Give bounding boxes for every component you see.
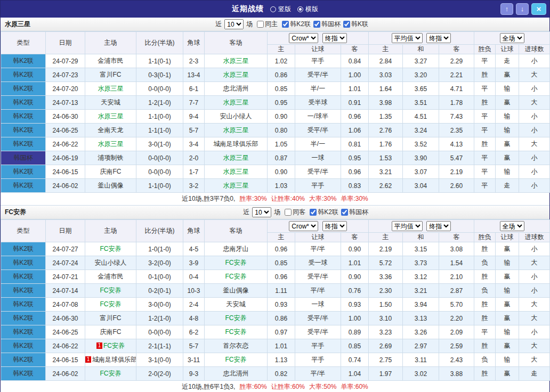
league-filter[interactable]: 韩K联 bbox=[341, 20, 368, 29]
team-name-text: 忠北清州 bbox=[223, 85, 249, 92]
average-select[interactable]: 平均值 bbox=[392, 221, 423, 231]
odds-away: 0.76 bbox=[341, 284, 369, 298]
avg-away: 1.78 bbox=[439, 96, 474, 110]
team-name-text: 水原三星 bbox=[223, 126, 249, 134]
cell-corners: 9-3 bbox=[183, 367, 205, 381]
league-filter[interactable]: 韩K2联 bbox=[307, 208, 338, 217]
avg-draw: 3.65 bbox=[403, 82, 439, 96]
odds-handicap: 平/半 bbox=[295, 367, 341, 381]
team-section: 水原三星 近 10 场 同主 韩K2联韩国杯韩K联 bbox=[1, 18, 549, 206]
average-select[interactable]: 平均值 bbox=[392, 33, 423, 43]
subcol-odds-away: 客 bbox=[341, 45, 369, 54]
cell-corners: 10-3 bbox=[183, 284, 205, 298]
same-venue-filter[interactable]: 同主 bbox=[254, 20, 278, 29]
odds-home: 0.96 bbox=[268, 242, 295, 256]
odds-home: 0.95 bbox=[268, 96, 295, 110]
team-name-text: 水原三星 bbox=[223, 71, 249, 78]
odds-away: 0.91 bbox=[341, 96, 369, 110]
avg-home: 2.62 bbox=[369, 179, 403, 193]
cell-league-type: 韩K2联 bbox=[1, 96, 46, 110]
odds-handicap: 平/半 bbox=[295, 284, 341, 298]
match-row: 韩K2联24-07-27FC安养1-0(1-0)4-5忠南牙山0.96平/半0.… bbox=[1, 242, 550, 256]
odds-away: 0.96 bbox=[341, 165, 369, 179]
result-handicap: 走 bbox=[496, 54, 519, 68]
recent-count-select[interactable]: 10 bbox=[224, 19, 244, 29]
team-name-text: 全南天龙 bbox=[98, 126, 124, 134]
same-venue-filter[interactable]: 同客 bbox=[282, 208, 305, 217]
match-row: 韩K2联24-07-13天安城1-2(1-0)7-7水原三星0.95受半球0.9… bbox=[1, 96, 550, 110]
league-checkbox[interactable] bbox=[310, 209, 317, 216]
summary-row: 近10场,胜3平7负0,胜率:30%让胜率:40%大率:30%单率:30% bbox=[1, 193, 549, 206]
match-row: 韩K2联24-07-21金浦市民0-1(0-0)0-4FC安养0.96受平/半0… bbox=[1, 270, 550, 284]
cell-date: 24-07-08 bbox=[46, 298, 85, 312]
move-up-button[interactable]: ↑ bbox=[500, 3, 513, 15]
bookmaker-select[interactable]: Crow* bbox=[289, 33, 318, 43]
red-card-badge: 1 bbox=[96, 342, 102, 349]
subcol-result-goals: 进球数 bbox=[519, 233, 550, 242]
team-name-text: FC安养 bbox=[225, 273, 247, 280]
filters: 近 10 场 同主 韩K2联韩国杯韩K联 bbox=[215, 19, 368, 29]
odds-handicap: 平/半 bbox=[295, 242, 341, 256]
odds-handicap: 受一球 bbox=[295, 256, 341, 270]
league-checkbox[interactable] bbox=[343, 21, 350, 28]
match-away-team: 忠南牙山 bbox=[205, 242, 268, 256]
avg-away: 2.59 bbox=[439, 339, 474, 353]
summary-stat: 单率:60% bbox=[341, 383, 368, 390]
team-name-text: 水原三星 bbox=[98, 85, 124, 92]
avg-period-select[interactable]: 终指 bbox=[426, 33, 451, 43]
avg-period-select[interactable]: 终指 bbox=[426, 221, 451, 231]
arrow-down-icon: ↓ bbox=[521, 5, 524, 13]
bookmaker-select[interactable]: Crow* bbox=[289, 221, 318, 231]
odds-period-select[interactable]: 终指 bbox=[322, 33, 347, 43]
league-checkbox[interactable] bbox=[313, 21, 320, 28]
recent-count-select[interactable]: 10 bbox=[252, 207, 271, 217]
odds-away: 0.83 bbox=[341, 179, 369, 193]
summary-stat: 大率:30% bbox=[309, 195, 336, 202]
league-checkbox[interactable] bbox=[341, 209, 348, 216]
result-handicap: 走 bbox=[496, 179, 519, 193]
team-name-text: 忠南牙山 bbox=[223, 245, 249, 252]
league-filter[interactable]: 韩国杯 bbox=[311, 20, 341, 29]
avg-home: 1.53 bbox=[369, 151, 403, 165]
team-name-text: FC安养 bbox=[100, 245, 122, 252]
layout-radio-vertical[interactable]: 竖版 bbox=[270, 5, 291, 14]
match-home-team: FC安养 bbox=[85, 298, 136, 312]
avg-away: 1.54 bbox=[439, 256, 474, 270]
match-score: 3-1(0-0) bbox=[136, 353, 183, 367]
result-goals: 小 bbox=[519, 151, 550, 165]
league-checkbox[interactable] bbox=[282, 21, 289, 28]
scope-select[interactable]: 全场 bbox=[500, 221, 524, 231]
odds-handicap: 平手 bbox=[295, 179, 341, 193]
same-venue-checkbox[interactable] bbox=[257, 21, 264, 28]
scope-select[interactable]: 全场 bbox=[500, 33, 524, 43]
match-away-team: 水原三星 bbox=[205, 54, 268, 68]
odds-away: 0.84 bbox=[341, 54, 369, 68]
avg-draw: 3.20 bbox=[403, 68, 439, 82]
league-filter[interactable]: 韩K2联 bbox=[279, 20, 311, 29]
layout-radio-horizontal[interactable]: 横版 bbox=[297, 5, 318, 14]
summary-record: 近10场,胜6平1负3, bbox=[182, 383, 235, 390]
league-filter[interactable]: 韩国杯 bbox=[338, 208, 368, 217]
avg-draw: 2.97 bbox=[403, 339, 439, 353]
team-name-text: 忠北清州 bbox=[223, 370, 249, 377]
cell-date: 24-06-02 bbox=[46, 367, 85, 381]
close-button[interactable]: × bbox=[531, 3, 546, 15]
result-group-header: 全场 bbox=[474, 32, 550, 45]
avg-away: 2.10 bbox=[439, 270, 474, 284]
result-goals: 大 bbox=[519, 353, 550, 367]
team-name-text: 庆南FC bbox=[100, 328, 122, 336]
col-header-date: 日期 bbox=[46, 32, 85, 54]
odds-period-select[interactable]: 终指 bbox=[322, 221, 347, 231]
same-venue-checkbox[interactable] bbox=[285, 209, 292, 216]
odds-away: 0.74 bbox=[341, 353, 369, 367]
team-name-text: 城南足球俱乐部 bbox=[92, 356, 136, 363]
team-name-text: 安山小绿人 bbox=[220, 112, 252, 120]
titlebar: 近期战绩 竖版 横版 ↑ ↓ × bbox=[1, 1, 549, 18]
odds-group-header: Crow* 终指 bbox=[268, 32, 369, 45]
move-down-button[interactable]: ↓ bbox=[516, 3, 529, 15]
result-handicap: 输 bbox=[496, 284, 519, 298]
match-row: 韩K2联24-07-14FC安养0-2(0-1)10-3釜山偶像1.11平/半0… bbox=[1, 284, 550, 298]
avg-draw: 3.07 bbox=[403, 165, 439, 179]
result-handicap: 输 bbox=[496, 110, 519, 124]
team-name-text: 天安城 bbox=[227, 300, 246, 308]
